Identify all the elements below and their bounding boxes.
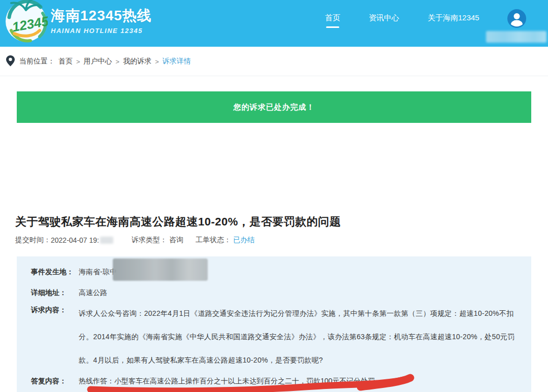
nav-home[interactable]: 首页 bbox=[325, 13, 340, 28]
breadcrumb-bar: 当前位置： 首页 > 用户中心 > 我的诉求 > 诉求详情 bbox=[0, 47, 548, 76]
submit-time-value: 2022-04-07 19: bbox=[51, 236, 99, 244]
site-title: 海南12345热线 bbox=[51, 6, 152, 25]
ticket-status-value: 已办结 bbox=[233, 236, 254, 244]
meta-request-type: 诉求类型： 咨询 bbox=[132, 236, 196, 245]
success-banner-text: 您的诉求已处办完成！ bbox=[234, 103, 315, 112]
reply-value: 热线作答：小型客车在高速公路上操作百分之十以上未达到百分之二十，罚款100元不记… bbox=[79, 377, 382, 386]
address-label: 详细地址： bbox=[31, 288, 67, 298]
breadcrumb: 当前位置： 首页 > 用户中心 > 我的诉求 > 诉求详情 bbox=[19, 57, 191, 66]
crumb-user-center[interactable]: 用户中心 bbox=[84, 57, 112, 66]
crumb-my-requests[interactable]: 我的诉求 bbox=[123, 57, 151, 66]
main-nav: 首页 资讯中心 关于海南12345 bbox=[325, 13, 479, 28]
request-type-value: 咨询 bbox=[169, 236, 183, 244]
redacted-username bbox=[486, 31, 546, 43]
redacted-location bbox=[113, 258, 208, 281]
hotline-logo-icon: 12345 bbox=[4, 0, 48, 44]
page: 12345 海南12345热线 HAINAN HOTLINE 12345 首页 … bbox=[0, 0, 548, 392]
logo-text: 海南12345热线 HAINAN HOTLINE 12345 bbox=[51, 6, 152, 35]
crumb-separator: > bbox=[76, 58, 80, 66]
nav-news-center[interactable]: 资讯中心 bbox=[369, 13, 399, 28]
person-icon bbox=[507, 9, 526, 28]
meta-ticket-status: 工单状态： 已办结 bbox=[196, 236, 254, 245]
crumb-request-detail: 诉求详情 bbox=[163, 57, 191, 66]
success-banner: 您的诉求已处办完成！ bbox=[17, 91, 531, 123]
breadcrumb-prefix: 当前位置： bbox=[19, 57, 55, 66]
progress-steps: 提交 处理 办结 bbox=[0, 137, 548, 203]
address-value: 高速公路 bbox=[79, 288, 107, 298]
content-value: 诉求人公众号咨询：2022年4月1日《道路交通安全违法行为记分管理办法》实施，其… bbox=[79, 302, 527, 372]
nav-about[interactable]: 关于海南12345 bbox=[428, 13, 479, 28]
user-avatar[interactable] bbox=[507, 9, 526, 28]
request-title: 关于驾驶私家车在海南高速公路超速10-20%，是否要罚款的问题 bbox=[15, 214, 341, 230]
reply-label: 答复内容： bbox=[31, 377, 67, 386]
request-meta: 提交时间： 2022-04-07 19: 诉求类型： 咨询 工单状态： 已办结 bbox=[15, 236, 254, 245]
crumb-separator: > bbox=[155, 58, 159, 66]
app-header: 12345 海南12345热线 HAINAN HOTLINE 12345 首页 … bbox=[0, 0, 548, 47]
site-subtitle: HAINAN HOTLINE 12345 bbox=[51, 27, 152, 35]
request-type-label: 诉求类型： bbox=[132, 236, 167, 244]
request-detail-card: 事件发生地： 海南省-琼中 详细地址： 高速公路 诉求内容： 诉求人公众号咨询：… bbox=[17, 256, 531, 392]
ticket-status-label: 工单状态： bbox=[196, 236, 231, 244]
redacted-time bbox=[100, 237, 113, 244]
meta-submit-time: 提交时间： 2022-04-07 19: bbox=[15, 236, 132, 245]
content-label: 诉求内容： bbox=[31, 306, 67, 315]
submit-time-label: 提交时间： bbox=[15, 236, 51, 245]
crumb-separator: > bbox=[116, 58, 120, 66]
location-pin-icon bbox=[6, 55, 15, 67]
crumb-home[interactable]: 首页 bbox=[58, 57, 73, 66]
location-value: 海南省-琼中 bbox=[79, 268, 117, 277]
location-label: 事件发生地： bbox=[31, 268, 74, 277]
